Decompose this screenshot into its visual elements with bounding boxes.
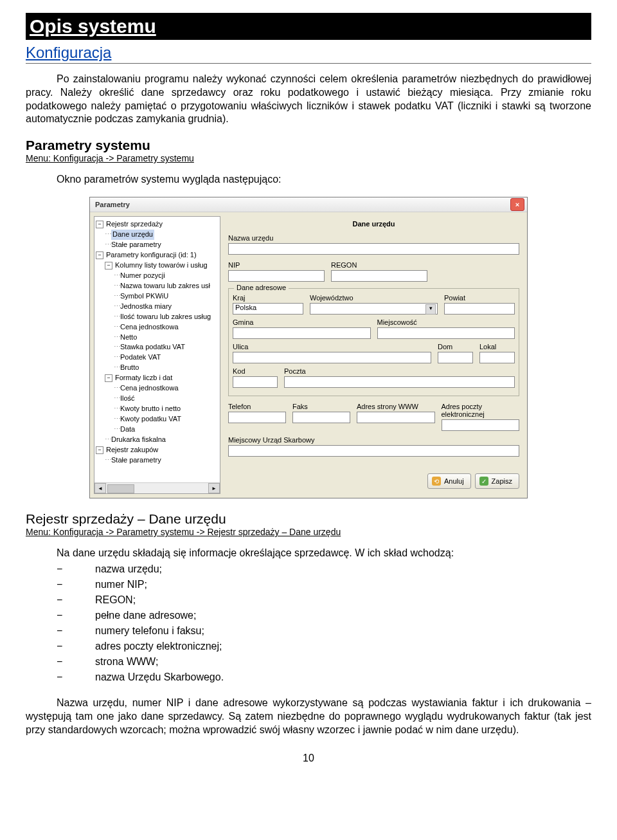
input-gmina[interactable] <box>233 327 371 339</box>
input-regon[interactable] <box>331 270 427 282</box>
list-item: nazwa Urzędu Skarbowego. <box>26 670 591 685</box>
label-email: Adres poczty elektronicznej <box>442 403 520 418</box>
tree-leaf[interactable]: ⋯Cena jednostkowa <box>96 322 219 333</box>
groupbox-adres: Dane adresowe Kraj Polska Województwo <box>228 288 519 396</box>
tree-node-kolumny[interactable]: −Kolumny listy towarów i usług <box>96 260 219 271</box>
input-www[interactable] <box>357 412 435 423</box>
dialog-titlebar[interactable]: Parametry × <box>90 197 527 212</box>
subheading-rejestr-dane: Rejestr sprzedaży – Dane urzędu <box>26 511 591 527</box>
menu-path-1: Menu: Konfiguracja -> Parametry systemu <box>26 153 591 163</box>
label-lokal: Lokal <box>479 343 515 351</box>
tree-leaf[interactable]: ⋯Kwoty brutto i netto <box>96 404 219 414</box>
input-kraj[interactable]: Polska <box>233 303 303 315</box>
page-number: 10 <box>26 753 591 764</box>
tree-leaf[interactable]: ⋯Cena jednostkowa <box>96 383 219 394</box>
tree-leaf[interactable]: ⋯Brutto <box>96 363 219 373</box>
list-item: numer NIP; <box>26 577 591 592</box>
tree-leaf[interactable]: ⋯Ilość towaru lub zakres usług <box>96 312 219 322</box>
save-icon: ✓ <box>479 477 488 486</box>
tree-leaf[interactable]: ⋯Jednostka miary <box>96 302 219 312</box>
menu-path-2: Menu: Konfiguracja -> Parametry systemu … <box>26 527 591 537</box>
input-powiat[interactable] <box>444 303 515 315</box>
tree-hscrollbar[interactable]: ◄ ► <box>94 482 220 493</box>
tree-leaf[interactable]: ⋯Symbol PKWiU <box>96 291 219 302</box>
input-poczta[interactable] <box>284 376 515 388</box>
scroll-right-icon[interactable]: ► <box>208 483 220 493</box>
tree-leaf[interactable]: ⋯Ilość <box>96 394 219 404</box>
form-panel: Dane urzędu Nazwa urzędu NIP <box>224 216 523 494</box>
input-dom[interactable] <box>438 352 473 363</box>
list-item: nazwa urzędu; <box>26 562 591 577</box>
dialog-title: Parametry <box>93 201 130 208</box>
label-gmina: Gmina <box>233 318 371 326</box>
list-item: pełne dane adresowe; <box>26 608 591 623</box>
tree-node-dane-urzedu[interactable]: ⋯Dane urzędu <box>96 230 219 240</box>
tree-panel: −Rejestr sprzedaży ⋯Dane urzędu ⋯Stałe p… <box>94 216 220 494</box>
label-kraj: Kraj <box>233 294 303 302</box>
input-lokal[interactable] <box>479 352 515 363</box>
label-telefon: Telefon <box>228 403 286 410</box>
label-faks: Faks <box>292 403 350 410</box>
tree-leaf[interactable]: ⋯Stałe parametry <box>96 455 219 466</box>
section-link-konfiguracja[interactable]: Konfiguracja <box>26 44 591 64</box>
tree-node-parametry-konfig[interactable]: −Parametry konfiguracji (id: 1) <box>96 250 219 260</box>
tree-node-rejestr-zakupow[interactable]: −Rejestr zakupów <box>96 445 219 455</box>
tree-leaf[interactable]: ⋯Netto <box>96 333 219 343</box>
label-nip: NIP <box>228 261 325 269</box>
input-urzad-skarbowy[interactable] <box>228 445 519 457</box>
input-nip[interactable] <box>228 270 325 282</box>
tree-node-rejestr-sprzedazy[interactable]: −Rejestr sprzedaży <box>96 219 219 230</box>
tree-leaf[interactable]: ⋯Data <box>96 425 219 435</box>
tree-leaf[interactable]: ⋯Stawka podatku VAT <box>96 342 219 352</box>
intro-line-2: Na dane urzędu składają się informacje o… <box>57 547 591 559</box>
parametry-dialog: Parametry × −Rejestr sprzedaży ⋯Dane urz… <box>89 197 528 498</box>
page-heading: Opis systemu <box>26 13 591 40</box>
tree-node-stale-parametry[interactable]: ⋯Stałe parametry <box>96 240 219 250</box>
form-panel-title: Dane urzędu <box>224 216 523 234</box>
tree-node-formaty[interactable]: −Formaty liczb i dat <box>96 373 219 383</box>
cancel-label: Anuluj <box>444 477 464 485</box>
scroll-thumb[interactable] <box>107 484 134 493</box>
bullet-list: nazwa urzędu; numer NIP; REGON; pełne da… <box>26 562 591 685</box>
input-telefon[interactable] <box>228 412 286 423</box>
tree-leaf[interactable]: ⋯Nazwa towaru lub zakres usł <box>96 281 219 291</box>
label-kod: Kod <box>233 367 278 375</box>
label-miejsc: Miejscowość <box>377 318 515 326</box>
input-ulica[interactable] <box>233 352 431 363</box>
groupbox-legend: Dane adresowe <box>234 284 289 291</box>
input-nazwa[interactable] <box>228 243 519 255</box>
label-woj: Województwo <box>310 294 438 302</box>
list-item: adres poczty elektronicznej; <box>26 639 591 654</box>
input-email[interactable] <box>442 419 520 431</box>
close-icon[interactable]: × <box>510 198 524 211</box>
tree-leaf[interactable]: ⋯Kwoty podatku VAT <box>96 414 219 425</box>
input-miejsc[interactable] <box>377 327 515 339</box>
subheading-parametry: Parametry systemu <box>26 138 591 153</box>
paragraph-intro: Po zainstalowaniu programu należy wykona… <box>26 73 591 126</box>
input-faks[interactable] <box>292 412 350 423</box>
cancel-button[interactable]: ⟲ Anuluj <box>427 473 471 489</box>
label-nazwa: Nazwa urzędu <box>228 234 519 242</box>
save-button[interactable]: ✓ Zapisz <box>475 473 519 489</box>
label-poczta: Poczta <box>284 367 515 375</box>
label-regon: REGON <box>331 261 427 269</box>
list-item: strona WWW; <box>26 654 591 670</box>
input-kod[interactable] <box>233 376 278 388</box>
tree-leaf[interactable]: ⋯Numer pozycji <box>96 271 219 281</box>
select-woj[interactable] <box>310 303 438 315</box>
cancel-icon: ⟲ <box>432 477 441 486</box>
scroll-left-icon[interactable]: ◄ <box>94 483 106 493</box>
paragraph-last: Nazwa urzędu, numer NIP i dane adresowe … <box>26 697 591 736</box>
save-label: Zapisz <box>492 477 512 485</box>
list-item: numery telefonu i faksu; <box>26 623 591 639</box>
label-ulica: Ulica <box>233 343 431 351</box>
label-dom: Dom <box>438 343 473 351</box>
tree-node-drukarka[interactable]: ⋯Drukarka fiskalna <box>96 435 219 445</box>
label-powiat: Powiat <box>444 294 515 302</box>
label-www: Adres strony WWW <box>357 403 435 410</box>
label-urzad-skarbowy: Miejscowy Urząd Skarbowy <box>228 436 519 444</box>
list-item: REGON; <box>26 592 591 608</box>
tree-leaf[interactable]: ⋯Podatek VAT <box>96 352 219 363</box>
intro-line-1: Okno parametrów systemu wygląda następuj… <box>57 174 591 185</box>
